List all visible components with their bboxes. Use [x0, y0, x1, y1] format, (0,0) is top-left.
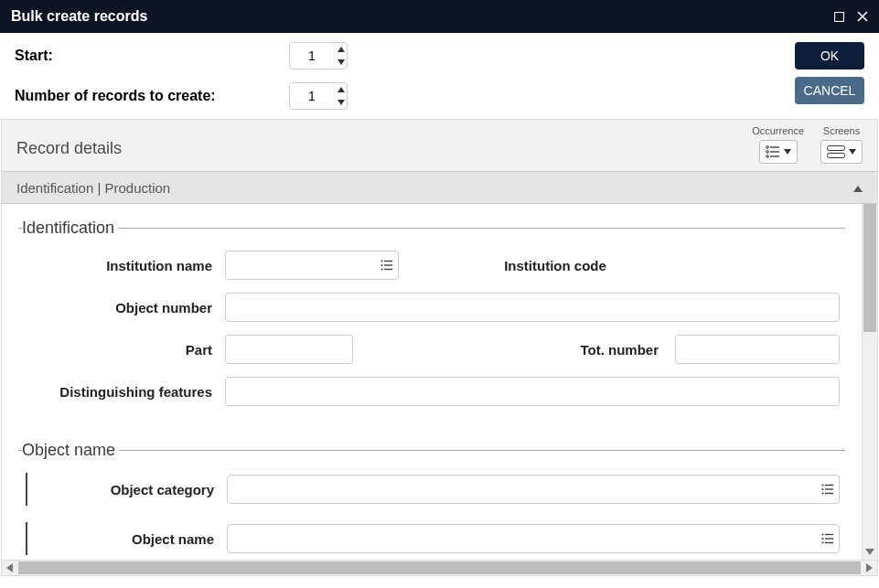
repeat-handle[interactable]	[26, 522, 27, 555]
svg-point-19	[822, 493, 824, 495]
distinguishing-label: Distinguishing features	[24, 384, 216, 400]
object-number-label: Object number	[24, 300, 216, 315]
occurrence-dropdown[interactable]	[759, 140, 798, 164]
vertical-scrollbar[interactable]	[862, 204, 877, 560]
object-name-legend: Object name	[22, 441, 119, 460]
svg-point-23	[822, 538, 824, 540]
dialog-titlebar: Bulk create records	[0, 0, 879, 33]
object-name-group: Object name Object category	[18, 441, 845, 560]
occurrence-label: Occurrence	[752, 125, 804, 136]
count-label: Number of records to create:	[15, 88, 289, 104]
part-label: Part	[24, 342, 216, 358]
ok-button[interactable]: OK	[795, 42, 864, 69]
rows-icon	[827, 145, 845, 158]
start-spinner	[289, 42, 348, 69]
list-icon	[766, 145, 780, 158]
scroll-right-icon[interactable]	[862, 561, 877, 575]
tab-identification-production[interactable]: Identification | Production	[16, 180, 170, 196]
svg-point-21	[822, 534, 824, 536]
scroll-left-icon[interactable]	[2, 561, 17, 575]
record-details-panel: Record details Occurrence Screens Identi…	[1, 119, 878, 576]
svg-point-5	[766, 155, 768, 158]
distinguishing-input[interactable]	[225, 377, 840, 406]
record-details-title: Record details	[16, 139, 122, 164]
svg-rect-8	[828, 154, 845, 158]
object-category-input[interactable]	[227, 475, 840, 504]
close-icon[interactable]	[857, 11, 868, 22]
svg-point-13	[381, 269, 383, 271]
svg-point-11	[381, 264, 383, 266]
horizontal-scrollbar[interactable]	[2, 560, 877, 575]
tot-number-input[interactable]	[675, 335, 840, 364]
identification-legend: Identification	[22, 219, 118, 238]
count-input[interactable]	[290, 83, 334, 109]
object-category-label: Object category	[37, 482, 218, 497]
chevron-down-icon	[784, 149, 791, 155]
svg-rect-0	[835, 12, 844, 21]
svg-point-1	[766, 146, 768, 149]
maximize-icon[interactable]	[834, 12, 844, 22]
svg-point-9	[381, 261, 383, 262]
institution-code-label: Institution code	[408, 258, 702, 273]
top-controls: Start: Number of records to create: OK	[0, 33, 879, 119]
part-input[interactable]	[225, 335, 353, 364]
screens-dropdown[interactable]	[820, 140, 863, 164]
object-name-field-label: Object name	[37, 531, 218, 547]
horizontal-scroll-thumb[interactable]	[18, 561, 861, 574]
institution-name-input[interactable]	[225, 251, 399, 280]
tab-bar: Identification | Production	[2, 171, 877, 204]
form-area: Identification Institution name Institut…	[2, 204, 862, 560]
dialog-title: Bulk create records	[11, 8, 147, 25]
count-step-up[interactable]	[335, 83, 347, 96]
svg-point-3	[766, 151, 768, 154]
tot-number-label: Tot. number	[362, 342, 666, 358]
identification-group: Identification Institution name Institut…	[18, 219, 845, 419]
collapse-icon[interactable]	[853, 179, 863, 196]
screens-label: Screens	[823, 125, 860, 136]
object-number-input[interactable]	[225, 293, 840, 322]
start-step-down[interactable]	[335, 56, 347, 69]
object-name-input[interactable]	[227, 524, 840, 553]
svg-point-17	[822, 488, 824, 490]
repeat-handle[interactable]	[26, 473, 27, 506]
svg-point-15	[822, 485, 824, 486]
institution-name-picker-icon[interactable]	[381, 260, 393, 271]
count-step-down[interactable]	[335, 96, 347, 109]
chevron-down-icon	[849, 149, 856, 155]
object-category-picker-icon[interactable]	[821, 484, 834, 495]
svg-point-25	[822, 542, 824, 544]
svg-rect-7	[828, 146, 845, 151]
start-input[interactable]	[290, 43, 334, 69]
cancel-button[interactable]: CANCEL	[795, 77, 864, 104]
start-label: Start:	[15, 48, 289, 64]
vertical-scroll-thumb[interactable]	[863, 204, 876, 332]
institution-name-label: Institution name	[24, 258, 216, 273]
scroll-down-icon[interactable]	[863, 544, 877, 560]
start-step-up[interactable]	[335, 43, 347, 56]
count-spinner	[289, 82, 348, 110]
object-name-picker-icon[interactable]	[821, 533, 834, 544]
